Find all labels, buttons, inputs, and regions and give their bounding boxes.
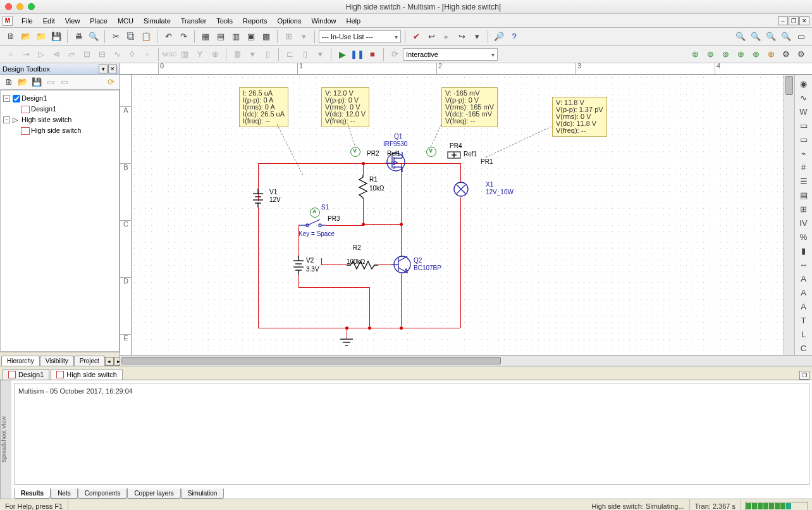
- instr-network[interactable]: ↔: [797, 259, 811, 271]
- instr-agilent-mm[interactable]: A: [797, 287, 811, 299]
- component-picker-button[interactable]: ⊞: [281, 30, 295, 44]
- back-annotate-button[interactable]: ↩: [424, 30, 438, 44]
- basket-button[interactable]: 🗑: [230, 47, 244, 61]
- toolbox-dropdown-button[interactable]: ▾: [99, 65, 108, 73]
- wire-gate-v[interactable]: [401, 163, 402, 224]
- menu-window[interactable]: Window: [306, 15, 341, 27]
- instr-wattmeter[interactable]: W: [797, 105, 811, 118]
- mdi-close-button[interactable]: ✕: [799, 16, 809, 25]
- toolbox-save-button[interactable]: 💾: [30, 76, 43, 89]
- probe-current-button[interactable]: ⊚: [703, 47, 717, 61]
- print-button[interactable]: 🖶: [71, 30, 85, 44]
- out-tab-nets[interactable]: Nets: [51, 488, 78, 499]
- toolbox-tab-project[interactable]: Project: [74, 356, 105, 366]
- transfer-ultiboard-button[interactable]: ↪: [455, 30, 469, 44]
- schematic-canvas[interactable]: I: 26.5 uAI(p-p): 0 AI(rms): 0 AI(dc): 2…: [132, 75, 784, 355]
- tree-root-highside[interactable]: −▷High side switch: [3, 115, 116, 125]
- ladder-button[interactable]: ⊏: [283, 47, 297, 61]
- wire-x1-top[interactable]: [460, 163, 461, 182]
- output-log[interactable]: Multisim - 05 October 2017, 16:29:04: [14, 383, 809, 485]
- component-s1[interactable]: [298, 218, 326, 229]
- instr-logic-analyzer[interactable]: ▤: [797, 189, 811, 201]
- place-misc-button[interactable]: ∿: [110, 47, 124, 61]
- scrollbar-horizontal[interactable]: [120, 355, 812, 366]
- component-v2[interactable]: [292, 256, 305, 275]
- probe-diff-button[interactable]: ⊚: [734, 47, 747, 61]
- find-button[interactable]: 🔎: [492, 30, 506, 44]
- forward-annotate-button[interactable]: ▸: [440, 30, 453, 44]
- place-diode-button[interactable]: ▷: [34, 47, 48, 61]
- tab-high-side-switch[interactable]: High side switch: [51, 369, 122, 380]
- toolbox-rename-button[interactable]: ▭: [44, 76, 57, 89]
- save-button[interactable]: 💾: [49, 30, 63, 44]
- instr-multimeter[interactable]: ◉: [797, 77, 811, 90]
- minimize-window-button[interactable]: [16, 3, 23, 10]
- toolbox-tab-prev[interactable]: ◂: [105, 357, 114, 366]
- instr-iv[interactable]: IV: [797, 216, 811, 229]
- instr-4ch-scope[interactable]: ▭: [797, 133, 811, 146]
- menu-place[interactable]: Place: [85, 15, 113, 27]
- probe-voltage-button[interactable]: ⊚: [688, 47, 702, 61]
- zoom-fit-button[interactable]: 🔍: [779, 30, 793, 44]
- place-transistor-button[interactable]: ⊲: [49, 47, 63, 61]
- wire-v1-bottom[interactable]: [258, 208, 259, 328]
- instr-labview[interactable]: L: [797, 328, 811, 341]
- wire-x1-bottom[interactable]: [460, 197, 461, 328]
- fullscreen-button[interactable]: ▭: [794, 30, 808, 44]
- tree-check-design1[interactable]: [13, 95, 20, 103]
- wire-gate-node-h[interactable]: [363, 224, 401, 225]
- toggle-panel-3-button[interactable]: ▥: [229, 30, 243, 44]
- wire-q2-emitter[interactable]: [401, 273, 402, 328]
- component-pr4-ref[interactable]: [446, 151, 462, 159]
- component-r1[interactable]: [358, 175, 368, 199]
- zoom-out-button[interactable]: 🔍: [749, 30, 763, 44]
- stop-button[interactable]: ■: [366, 47, 379, 61]
- instr-bode[interactable]: ⌁: [797, 147, 811, 159]
- menu-mcu[interactable]: MCU: [113, 15, 138, 27]
- close-window-button[interactable]: [5, 3, 12, 10]
- place-ni-button[interactable]: ◊: [125, 47, 139, 61]
- toolbox-delete-button[interactable]: ▭: [58, 76, 71, 89]
- toolbox-tab-hierarchy[interactable]: Hierarchy: [1, 356, 40, 366]
- instr-spectrum[interactable]: ▮: [797, 245, 811, 258]
- menu-file[interactable]: File: [16, 15, 38, 27]
- pause-button[interactable]: ❚❚: [350, 47, 364, 61]
- open-project-button[interactable]: 📁: [34, 30, 48, 44]
- basket-down-icon[interactable]: ▾: [245, 47, 259, 61]
- place-ttl-button[interactable]: ⊡: [80, 47, 94, 61]
- open-file-button[interactable]: 📂: [19, 30, 33, 44]
- transfer-dropdown-icon[interactable]: ▾: [470, 30, 484, 44]
- in-use-list-dropdown[interactable]: --- In-Use List ---: [319, 30, 401, 43]
- menu-simulate[interactable]: Simulate: [138, 15, 176, 27]
- out-tab-components[interactable]: Components: [78, 488, 128, 499]
- menu-transfer[interactable]: Transfer: [176, 15, 212, 27]
- toggle-panel-2-button[interactable]: ▤: [214, 30, 228, 44]
- instr-freq-counter[interactable]: #: [797, 161, 811, 173]
- instr-scope[interactable]: ▭: [797, 119, 811, 132]
- instr-agilent-fg[interactable]: A: [797, 273, 811, 285]
- wire-r1-bottom[interactable]: [363, 199, 364, 224]
- place-analog-button[interactable]: ▱: [65, 47, 78, 61]
- component-ground[interactable]: [339, 338, 354, 348]
- tab-restore-button[interactable]: ❐: [799, 371, 809, 380]
- wire-r2-right[interactable]: [378, 264, 391, 265]
- print-preview-button[interactable]: 🔍: [87, 30, 101, 44]
- wire-v2-ground-drop[interactable]: [369, 287, 370, 328]
- component-v1[interactable]: [252, 189, 264, 208]
- probe-settings-button[interactable]: ⚙: [779, 47, 793, 61]
- maximize-window-button[interactable]: [28, 3, 35, 10]
- place-source-button[interactable]: ÷: [4, 47, 18, 61]
- toolbox-close-button[interactable]: ✕: [108, 65, 117, 73]
- wire-q2-collector[interactable]: [401, 224, 402, 257]
- scrollbar-vertical[interactable]: [784, 75, 794, 355]
- place-basic-button[interactable]: ⊸: [19, 47, 33, 61]
- instr-funcgen[interactable]: ∿: [797, 91, 811, 104]
- probe-pr2-icon[interactable]: [350, 147, 360, 157]
- new-file-button[interactable]: 🗎: [4, 30, 18, 44]
- toggle-panel-1-button[interactable]: ▦: [199, 30, 212, 44]
- place-junction-button[interactable]: ⊕: [208, 47, 222, 61]
- tree-leaf-highside[interactable]: High side switch: [3, 125, 116, 136]
- hierarchy-up-button[interactable]: ▯: [261, 47, 274, 61]
- wire-v2-down[interactable]: [298, 275, 299, 287]
- probe-pr3-icon[interactable]: [310, 208, 320, 218]
